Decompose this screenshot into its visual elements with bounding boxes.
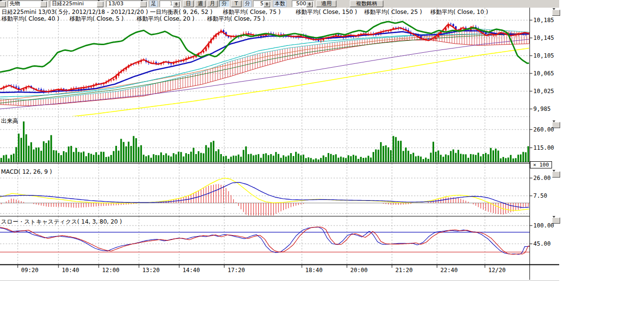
macd-axis-label: 26.00 (533, 175, 551, 181)
chevron-down-icon[interactable] (40, 1, 47, 7)
bar-count-value: 1 (170, 0, 173, 7)
macd-series (0, 178, 529, 221)
contract-month-combobox[interactable]: 13/03 (106, 0, 148, 7)
chevron-down-icon[interactable] (140, 1, 147, 7)
legend-ma-20: 移動平均( Close, 20 ) (137, 16, 195, 22)
count-stepper[interactable]: 500 (292, 0, 314, 7)
prev-combo-button[interactable] (0, 0, 6, 7)
contract-month-value: 13/03 (108, 0, 124, 7)
legend-ma-5: 移動平均( Close, 5 ) (69, 16, 124, 22)
time-axis-label: 22:40 (440, 267, 458, 274)
period-minute-button[interactable]: 分 (219, 0, 230, 7)
chevron-down-icon[interactable] (0, 1, 6, 7)
volume-axis-label: 260.00 (533, 126, 554, 133)
volume-pane-label: 出来高 (1, 118, 18, 124)
price-axis-label: 9,985 (533, 106, 551, 112)
symbol-combobox[interactable]: 日経225mini (50, 0, 104, 7)
moving-averages (0, 33, 529, 124)
time-axis-label: 21:20 (395, 267, 413, 274)
price-axis-label: 10,185 (533, 17, 554, 24)
volume-multiplier-badge: × 100 (530, 161, 552, 168)
chevron-down-icon (552, 8, 555, 17)
count-label: 本数 (273, 0, 287, 7)
symbol-value: 日経225mini (52, 0, 84, 7)
count-value: 500 (296, 0, 306, 7)
time-axis-label: 14:40 (183, 267, 200, 274)
volume-axis-label: 115.00 (533, 144, 554, 151)
minute-value: 5 (260, 0, 264, 7)
legend-ma-75b: 移動平均( Close, 75 ) (207, 16, 265, 22)
stochastics-series (0, 227, 529, 254)
spinner-icon[interactable] (173, 1, 180, 7)
gridlines (0, 8, 529, 264)
legend-ichimoku: 一目均衡表( 9, 26, 52 ) (150, 9, 212, 15)
time-axis-label: 20:00 (350, 267, 368, 274)
legend-ma-150: 移動平均( Close, 150 ) (296, 9, 357, 15)
stoch-pane-label: スロー・ストキャスティクス( 14, 3, 80, 20 ) (1, 219, 122, 225)
chevron-down-icon (552, 170, 555, 179)
legend-ma-75: 移動平均( Close, 75 ) (223, 9, 281, 15)
minute-label: 分 (243, 0, 252, 7)
period-month-button[interactable]: 月 (207, 0, 218, 7)
period-tick-button[interactable]: T (231, 0, 242, 7)
stoch-axis-label: 45.00 (533, 240, 551, 247)
period-week-button[interactable]: 週 (195, 0, 206, 7)
legend-ma-40: 移動平均( Close, 40 ) (1, 16, 59, 22)
toolbar: 先物 日経225mini 13/03 足 1 日 週 月 分 T 分 5 本数 … (0, 0, 559, 8)
price-axis-label: 10,065 (533, 70, 554, 77)
ichimoku-cloud (0, 29, 529, 106)
macd-axis-label: 7.50 (533, 192, 547, 199)
macd-pane-menu-button[interactable] (552, 171, 560, 178)
price-axis-label: 10,145 (533, 35, 554, 41)
multi-symbol-button[interactable]: 複数銘柄 (350, 0, 383, 7)
minute-stepper[interactable]: 5 (253, 0, 271, 7)
bar-label: 足 (150, 0, 158, 7)
chevron-down-icon[interactable] (97, 1, 104, 7)
period-day-button[interactable]: 日 (183, 0, 194, 7)
chart-application-window: 先物 日経225mini 13/03 足 1 日 週 月 分 T 分 5 本数 … (0, 0, 644, 334)
legend-ma-25: 移動平均( Close, 25 ) (364, 9, 422, 15)
time-axis-label: 10:40 (62, 267, 79, 274)
category-combobox[interactable]: 先物 (8, 0, 48, 7)
spinner-icon[interactable] (306, 1, 313, 7)
borders (0, 8, 559, 281)
macd-pane-label: MACD( 12, 26, 9 ) (1, 169, 52, 175)
bar-count-stepper[interactable]: 1 (160, 0, 181, 7)
price-axis-label: 10,025 (533, 88, 554, 95)
time-axis-label: 13:20 (142, 267, 160, 274)
price-pane-menu-button[interactable] (552, 10, 560, 16)
apply-button[interactable]: 適用 (316, 0, 336, 7)
volume-series (0, 121, 529, 162)
time-axis-label: 17:20 (228, 267, 245, 274)
stoch-axis-label: 100.00 (533, 222, 554, 229)
time-axis-label: 18:40 (305, 267, 322, 274)
legend-symbol-title: 日経225mini 13/03( 5分, 2012/12/18 - 2012/1… (1, 9, 148, 15)
time-axis-label: 09:20 (21, 267, 38, 274)
price-axis-label: 10,105 (533, 52, 554, 59)
time-axis-label: 12/20 (488, 267, 506, 274)
category-value: 先物 (10, 0, 20, 7)
spinner-icon[interactable] (264, 1, 270, 7)
time-axis-label: 12:00 (102, 267, 119, 274)
legend-ma-10: 移動平均( Close, 10 ) (430, 9, 488, 15)
